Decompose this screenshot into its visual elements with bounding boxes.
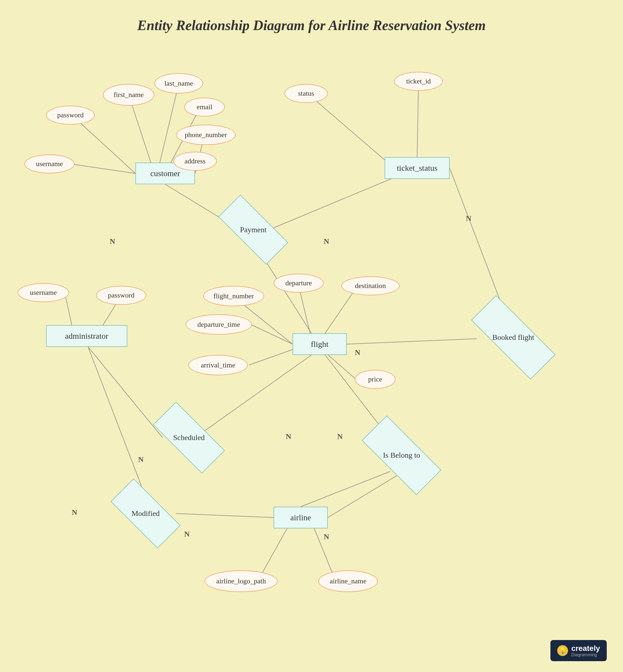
- card-n9: N: [184, 530, 189, 538]
- rel-scheduled: Scheduled: [154, 421, 224, 454]
- rel-is-belong-to: Is Belong to: [363, 438, 440, 473]
- creately-text-block: creately Diagramming: [571, 644, 600, 657]
- entity-airline: airline: [274, 507, 328, 528]
- attr-address: address: [173, 152, 217, 171]
- card-n8: N: [72, 508, 77, 517]
- attr-departure: departure: [274, 274, 324, 293]
- attr-departure-time: departure_time: [185, 314, 252, 334]
- svg-line-19: [347, 339, 477, 344]
- entity-flight: flight: [293, 333, 347, 355]
- svg-line-17: [249, 350, 293, 365]
- attr-password-admin: password: [96, 286, 146, 305]
- attr-email: email: [184, 97, 225, 117]
- creately-name: creately: [571, 644, 600, 653]
- svg-line-5: [72, 115, 136, 173]
- svg-line-23: [301, 471, 390, 507]
- svg-line-21: [88, 347, 162, 438]
- rel-payment: Payment: [219, 214, 287, 245]
- attr-ticket-id: ticket_id: [394, 72, 443, 91]
- svg-line-26: [65, 294, 72, 325]
- svg-line-25: [176, 514, 274, 518]
- card-n2: N: [324, 237, 329, 246]
- creately-sub: Diagramming: [571, 653, 600, 657]
- attr-phone-number: phone_number: [176, 125, 236, 145]
- entity-administrator: administrator: [46, 325, 127, 347]
- svg-line-24: [88, 347, 146, 499]
- card-n1: N: [110, 237, 115, 246]
- svg-line-18: [325, 352, 358, 381]
- attr-destination: destination: [341, 276, 399, 295]
- card-n10: N: [324, 532, 329, 541]
- attr-price: price: [355, 370, 395, 389]
- svg-line-0: [129, 95, 154, 173]
- attr-password-customer: password: [46, 106, 95, 125]
- attr-first-name: first_name: [103, 84, 154, 106]
- rel-modified: Modified: [112, 497, 179, 530]
- entity-ticket-status: ticket_status: [385, 157, 450, 179]
- card-n7: N: [138, 455, 144, 464]
- creately-bulb-icon: 💡: [557, 645, 568, 656]
- svg-line-1: [160, 84, 179, 163]
- card-n5: N: [337, 432, 343, 441]
- page-title: Entity Relationship Diagram for Airline …: [0, 0, 623, 46]
- attr-last-name: last_name: [154, 73, 203, 93]
- svg-line-30: [328, 471, 404, 518]
- svg-line-9: [417, 83, 418, 157]
- creately-logo: 💡 creately Diagramming: [551, 640, 607, 661]
- svg-line-6: [70, 164, 136, 173]
- attr-username-admin: username: [18, 283, 69, 302]
- attr-username-customer: username: [24, 154, 75, 173]
- rel-booked-flight: Booked flight: [471, 320, 555, 355]
- attr-flight-number: flight_number: [203, 286, 264, 306]
- attr-arrival-time: arrival_time: [188, 355, 248, 375]
- svg-line-10: [307, 93, 385, 160]
- card-n6: N: [286, 432, 291, 441]
- attr-status: status: [285, 84, 328, 103]
- attr-airline-logo-path: airline_logo_path: [205, 571, 278, 592]
- card-n4: N: [355, 348, 360, 357]
- attr-airline-name: airline_name: [318, 571, 378, 592]
- card-n3: N: [466, 214, 471, 223]
- diagram-container: Entity Relationship Diagram for Airline …: [0, 0, 623, 672]
- svg-line-16: [250, 324, 293, 344]
